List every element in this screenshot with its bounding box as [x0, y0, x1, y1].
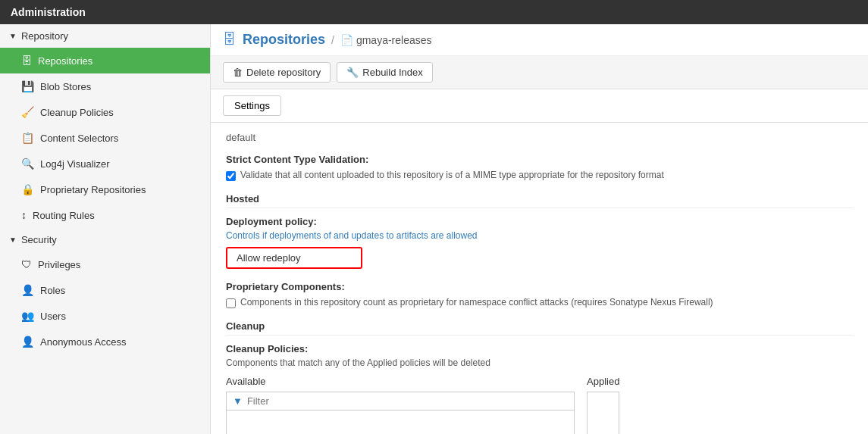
toolbar: 🗑 Delete repository 🔧 Rebuild Index	[211, 56, 868, 89]
proprietary-section: Proprietary Components: Components in th…	[226, 281, 853, 308]
strict-validation-label: Strict Content Type Validation:	[226, 154, 853, 165]
repositories-icon: 🗄	[21, 55, 32, 67]
content-selectors-icon: 📋	[21, 132, 34, 144]
available-label: Available	[226, 376, 575, 387]
admin-header: Administration	[0, 0, 868, 24]
repository-arrow-icon: ▼	[9, 32, 17, 40]
routing-icon: ↕	[21, 209, 27, 221]
roles-icon: 👤	[21, 284, 34, 296]
delete-icon: 🗑	[233, 67, 243, 78]
breadcrumb-separator: /	[331, 34, 334, 46]
proprietary-checkbox[interactable]	[226, 298, 236, 308]
sidebar-item-roles[interactable]: 👤 Roles	[0, 277, 210, 303]
rebuild-icon: 🔧	[346, 67, 359, 78]
sidebar-item-cleanup-policies[interactable]: 🧹 Cleanup Policies	[0, 99, 210, 125]
deployment-policy-desc: Controls if deployments of and updates t…	[226, 230, 853, 241]
sidebar-item-blob-stores[interactable]: 💾 Blob Stores	[0, 73, 210, 99]
sidebar-item-proprietary[interactable]: 🔒 Proprietary Repositories	[0, 176, 210, 202]
blob-stores-icon: 💾	[21, 80, 34, 92]
content-area: default Strict Content Type Validation: …	[211, 123, 868, 434]
breadcrumb-sub-label: gmaya-releases	[356, 34, 432, 46]
settings-tab[interactable]: Settings	[223, 95, 281, 116]
cleanup-icon: 🧹	[21, 106, 34, 118]
breadcrumb: 🗄 Repositories / 📄 gmaya-releases	[211, 24, 868, 56]
proprietary-components-label: Proprietary Components:	[226, 281, 853, 292]
cleanup-section: Cleanup Policies: Components that match …	[226, 343, 853, 434]
available-col: Available ▼	[226, 376, 575, 434]
sidebar-item-content-selectors[interactable]: 📋 Content Selectors	[0, 125, 210, 151]
sidebar-item-label: Blob Stores	[40, 81, 91, 92]
sidebar-item-label: Repositories	[38, 55, 92, 67]
sidebar-security-label: Security	[21, 234, 57, 245]
sidebar-security-section[interactable]: ▼ Security	[0, 228, 210, 251]
deployment-policy-value: Allow redeploy	[237, 252, 301, 264]
sidebar-item-privileges[interactable]: 🛡 Privileges	[0, 251, 210, 277]
applied-list	[587, 392, 619, 434]
deployment-policy-dropdown[interactable]: Allow redeploy	[226, 247, 362, 269]
delete-button-label: Delete repository	[246, 67, 321, 78]
default-value: default	[226, 132, 853, 143]
settings-tab-bar: Settings	[211, 89, 868, 123]
cleanup-section-label: Cleanup	[226, 320, 853, 336]
sidebar-repository-section[interactable]: ▼ Repository	[0, 24, 210, 48]
delete-repository-button[interactable]: 🗑 Delete repository	[223, 62, 331, 83]
settings-tab-label: Settings	[234, 100, 270, 111]
sidebar: ▼ Repository 🗄 Repositories 💾 Blob Store…	[0, 24, 211, 434]
sidebar-item-label: Log4j Visualizer	[40, 158, 110, 170]
repo-header-icon: 🗄	[223, 32, 237, 48]
rebuild-button-label: Rebuild Index	[362, 67, 423, 78]
security-arrow-icon: ▼	[9, 236, 17, 244]
proprietary-validation-row: Components in this repository count as p…	[226, 297, 853, 308]
sidebar-item-label: Routing Rules	[33, 210, 95, 221]
log4j-icon: 🔍	[21, 158, 34, 170]
proprietary-components-desc: Components in this repository count as p…	[240, 297, 713, 308]
sidebar-item-log4j[interactable]: 🔍 Log4j Visualizer	[0, 151, 210, 176]
page-icon: 📄	[340, 34, 353, 46]
filter-input[interactable]	[247, 395, 568, 407]
filter-box[interactable]: ▼	[226, 392, 575, 411]
applied-col: Applied	[587, 376, 619, 434]
strict-validation-desc: Validate that all content uploaded to th…	[240, 170, 664, 180]
available-list	[226, 411, 575, 434]
breadcrumb-title[interactable]: Repositories	[243, 32, 325, 48]
sidebar-item-routing-rules[interactable]: ↕ Routing Rules	[0, 202, 210, 228]
privileges-icon: 🛡	[21, 258, 32, 270]
rebuild-index-button[interactable]: 🔧 Rebuild Index	[337, 62, 433, 83]
sidebar-item-repositories[interactable]: 🗄 Repositories	[0, 48, 210, 73]
anonymous-icon: 👤	[21, 336, 34, 348]
sidebar-item-label: Privileges	[38, 259, 80, 270]
admin-title: Administration	[11, 6, 86, 18]
hosted-section-label: Hosted	[226, 193, 853, 208]
sidebar-item-label: Proprietary Repositories	[40, 184, 146, 195]
sidebar-item-label: Content Selectors	[40, 133, 118, 144]
applied-label: Applied	[587, 376, 619, 387]
strict-validation-row: Validate that all content uploaded to th…	[226, 170, 853, 181]
filter-icon: ▼	[233, 395, 243, 407]
cleanup-policies-label: Cleanup Policies:	[226, 343, 853, 354]
breadcrumb-sub: 📄 gmaya-releases	[340, 34, 432, 46]
cleanup-two-col: Available ▼ Applied	[226, 376, 853, 434]
deployment-policy-label: Deployment policy:	[226, 216, 853, 227]
strict-validation-checkbox[interactable]	[226, 171, 236, 181]
sidebar-item-users[interactable]: 👥 Users	[0, 303, 210, 329]
users-icon: 👥	[21, 310, 34, 322]
sidebar-item-label: Anonymous Access	[40, 336, 126, 348]
sidebar-item-label: Users	[40, 311, 66, 322]
sidebar-item-label: Roles	[40, 285, 65, 296]
sidebar-item-anonymous-access[interactable]: 👤 Anonymous Access	[0, 329, 210, 354]
cleanup-policies-desc: Components that match any of the Applied…	[226, 358, 853, 368]
sidebar-repository-label: Repository	[21, 30, 68, 42]
deployment-section: Deployment policy: Controls if deploymen…	[226, 216, 853, 269]
proprietary-icon: 🔒	[21, 183, 34, 195]
main-content: 🗄 Repositories / 📄 gmaya-releases 🗑 Dele…	[211, 24, 868, 434]
sidebar-item-label: Cleanup Policies	[40, 107, 114, 118]
